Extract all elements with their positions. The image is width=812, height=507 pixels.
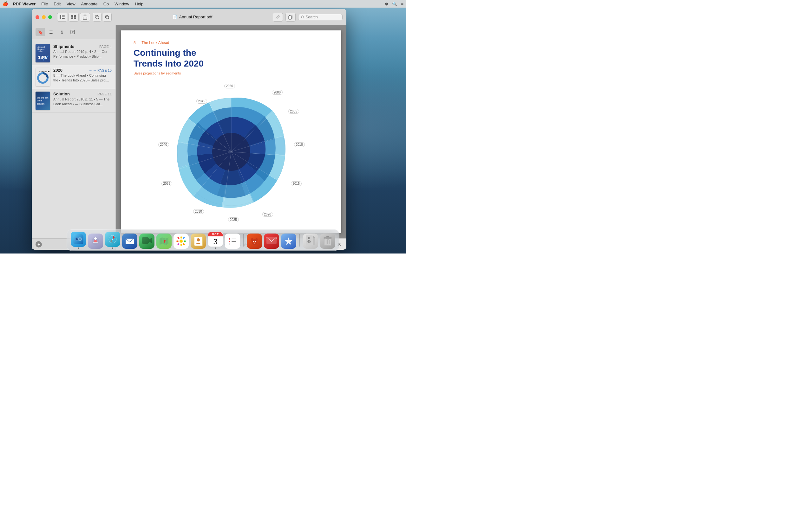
svg-rect-73 xyxy=(229,243,230,245)
svg-line-10 xyxy=(98,18,99,19)
svg-rect-90 xyxy=(326,236,329,237)
share-button[interactable] xyxy=(80,13,90,21)
dock-calendar[interactable]: OCT 3 xyxy=(208,232,223,249)
menu-app-name[interactable]: PDF Viewer xyxy=(10,1,38,7)
result-header-solution: Solution PAGE 11 xyxy=(53,92,112,96)
add-bookmark-button[interactable]: + xyxy=(36,241,42,247)
svg-point-67 xyxy=(197,238,200,241)
svg-rect-62 xyxy=(183,237,185,239)
svg-rect-3 xyxy=(62,18,65,19)
close-button[interactable] xyxy=(36,15,39,19)
dock: OCT 3 xyxy=(67,229,339,251)
result-desc-shipments: Annual Report 2019 p. 4 • 2 — Our Perfor… xyxy=(53,49,112,59)
svg-rect-61 xyxy=(177,237,180,239)
result-page-solution: PAGE 11 xyxy=(97,92,112,96)
menubar: 🍎 PDF Viewer File Edit View Annotate Go … xyxy=(0,0,406,8)
list-tab[interactable]: ☰ xyxy=(46,28,56,36)
annotate-button[interactable] xyxy=(273,13,283,21)
svg-rect-64 xyxy=(183,243,185,245)
menu-help[interactable]: Help xyxy=(132,1,146,7)
year-label-2010: 2010 xyxy=(294,142,305,147)
year-label-2045: 2045 xyxy=(196,99,207,104)
result-info-solution: Solution PAGE 11 Annual Report 2018 p. 1… xyxy=(53,92,112,107)
svg-rect-74 xyxy=(232,244,235,244)
minimize-button[interactable] xyxy=(42,15,46,19)
dock-photos[interactable] xyxy=(173,233,189,249)
svg-rect-4 xyxy=(71,15,73,17)
dock-contacts[interactable] xyxy=(191,233,206,249)
dock-copilot[interactable] xyxy=(281,233,296,249)
result-title-solution: Solution xyxy=(53,92,70,96)
svg-point-48 xyxy=(79,238,81,240)
dock-maps[interactable] xyxy=(156,233,171,249)
dock-bear[interactable] xyxy=(247,233,262,249)
svg-point-76 xyxy=(251,238,253,241)
zoom-out-button[interactable] xyxy=(93,13,101,21)
result-page-2020[interactable]: → → PAGE 10 xyxy=(89,68,112,72)
svg-text:XIP: XIP xyxy=(307,241,311,243)
svg-rect-83 xyxy=(313,238,315,245)
menu-file[interactable]: File xyxy=(39,1,50,7)
dock-finder[interactable] xyxy=(71,232,86,249)
search-bar[interactable] xyxy=(298,14,343,20)
svg-point-79 xyxy=(253,241,254,242)
wifi-icon[interactable]: ⊛ xyxy=(385,2,388,6)
dock-xip[interactable]: XIP xyxy=(303,233,318,249)
control-center-icon[interactable]: ≡ xyxy=(401,2,403,6)
pdf-page: 5 — The Look Ahead Continuing the Trends… xyxy=(121,31,341,233)
menu-view[interactable]: View xyxy=(64,1,78,7)
calendar-day: 3 xyxy=(208,236,223,246)
result-thumb-solution: We are part of the solution. xyxy=(36,92,50,110)
annotations-tab[interactable] xyxy=(68,28,78,36)
menu-go[interactable]: Go xyxy=(101,1,111,7)
svg-rect-2 xyxy=(62,16,65,17)
dock-trash[interactable] xyxy=(320,233,335,249)
year-label-2015: 2015 xyxy=(291,181,302,186)
dock-facetime[interactable] xyxy=(139,233,154,249)
result-thumb-shipments: Annual Report 2019 18% xyxy=(36,44,50,62)
menu-window[interactable]: Window xyxy=(112,1,132,7)
maximize-button[interactable] xyxy=(48,15,52,19)
result-desc-2020: 5 — The Look Ahead • Continuing the • Tr… xyxy=(53,73,112,83)
svg-rect-59 xyxy=(176,240,179,242)
svg-rect-70 xyxy=(232,239,236,239)
apple-menu[interactable]: 🍎 xyxy=(3,1,8,6)
year-label-2035: 2035 xyxy=(161,181,172,186)
dock-launchpad[interactable] xyxy=(88,233,103,249)
zoom-in-button[interactable] xyxy=(103,13,112,21)
svg-point-47 xyxy=(76,238,78,240)
result-item-solution[interactable]: We are part of the solution. Solution PA… xyxy=(32,89,115,113)
search-input[interactable] xyxy=(306,15,340,19)
svg-point-18 xyxy=(301,15,304,18)
info-tab[interactable]: ℹ xyxy=(57,28,67,36)
svg-point-55 xyxy=(164,240,165,242)
grid-view-button[interactable] xyxy=(68,13,79,21)
radial-chart-svg xyxy=(165,89,298,215)
svg-rect-6 xyxy=(71,17,73,19)
result-header-2020: 2020 → → PAGE 10 xyxy=(53,68,112,72)
svg-point-52 xyxy=(112,239,113,240)
search-icon[interactable]: 🔍 xyxy=(392,2,397,6)
menu-edit[interactable]: Edit xyxy=(51,1,63,7)
dock-separator-2 xyxy=(299,234,300,246)
chart-container: 2050 2045 2040 2035 2030 2025 2020 2015 … xyxy=(134,80,328,223)
dock-reminders[interactable] xyxy=(225,233,240,249)
copy-button[interactable] xyxy=(286,13,296,21)
sidebar-toggle-button[interactable] xyxy=(57,13,67,21)
svg-point-56 xyxy=(180,239,183,243)
svg-point-80 xyxy=(255,241,256,242)
dock-airmail[interactable] xyxy=(264,233,279,249)
bookmark-tab[interactable]: 🔖 xyxy=(36,28,45,36)
main-content: 🔖 ☰ ℹ Annual Report 2019 18 xyxy=(32,25,346,250)
dock-mail[interactable] xyxy=(122,233,137,249)
svg-rect-1 xyxy=(62,15,65,15)
menu-annotate[interactable]: Annotate xyxy=(79,1,100,7)
result-item-shipments[interactable]: Annual Report 2019 18% Shipments PAGE 4 xyxy=(32,42,115,65)
sidebar-results: Annual Report 2019 18% Shipments PAGE 4 xyxy=(32,39,115,238)
dock-separator xyxy=(243,234,244,246)
result-info-shipments: Shipments PAGE 4 Annual Report 2019 p. 4… xyxy=(53,44,112,59)
year-label-2020: 2020 xyxy=(262,212,273,217)
dock-safari[interactable] xyxy=(105,232,120,249)
year-label-2050: 2050 xyxy=(224,83,235,89)
result-item-2020[interactable]: Annual Report 2020 → → PAGE 10 5 — The L… xyxy=(32,65,115,89)
